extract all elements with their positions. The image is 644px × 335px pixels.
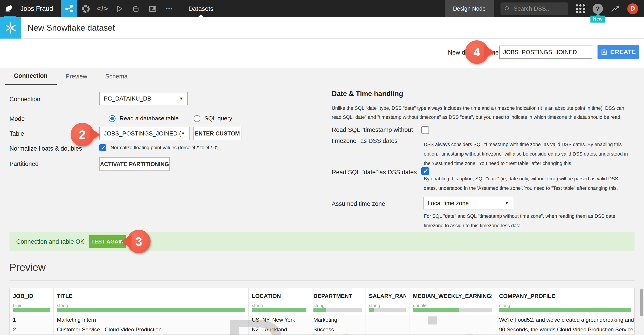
table-cell bbox=[366, 315, 410, 325]
table-label: Table bbox=[10, 130, 24, 137]
chevron-down-icon: ▼ bbox=[181, 131, 185, 136]
table-row: 1Marketing InternUS, NY, New YorkMarketi… bbox=[10, 315, 634, 325]
bird-icon bbox=[4, 4, 14, 14]
design-node-badge[interactable]: Design Node bbox=[445, 0, 494, 17]
annotation-number: 3 bbox=[136, 235, 142, 248]
flow-icon bbox=[65, 5, 73, 13]
dataset-name-input[interactable] bbox=[499, 45, 592, 59]
table-cell: Marketing bbox=[310, 315, 366, 325]
table-cell: Success bbox=[310, 325, 366, 334]
column-header-title: TITLEstring bbox=[54, 288, 249, 315]
column-header-company_profile: COMPANY_PROFILEstring bbox=[496, 288, 635, 315]
date-option-label: Read SQL "date" as DSS dates bbox=[332, 167, 426, 178]
chevron-down-icon: ▼ bbox=[505, 201, 509, 206]
radio-sql-query-label[interactable]: SQL query bbox=[204, 115, 232, 122]
nav-run-tile[interactable] bbox=[111, 0, 128, 17]
annotation-step-3: 3 bbox=[127, 230, 150, 253]
connection-select-value: PC_DATAIKU_DB bbox=[104, 95, 151, 102]
tab-schema[interactable]: Schema bbox=[96, 68, 137, 85]
radio-read-table[interactable] bbox=[109, 115, 116, 122]
table-cell bbox=[366, 325, 410, 334]
column-header-median_weekly_earnings_usd: MEDIAN_WEEKLY_EARNINGS_USDdouble bbox=[410, 288, 496, 315]
datetime-title: Date & Time handling bbox=[332, 90, 403, 98]
design-node-label: Design Node bbox=[453, 5, 486, 12]
create-button[interactable]: CREATE bbox=[598, 45, 639, 59]
column-header-salary_range: SALARY_RANGEstring bbox=[366, 288, 410, 315]
annotation-step-2: 2 bbox=[71, 123, 94, 146]
nav-dashboards-tile[interactable] bbox=[144, 0, 161, 17]
date-help: By enabling this option, SQL "date" (ie,… bbox=[424, 174, 632, 193]
scrollbar-thumb[interactable] bbox=[640, 289, 643, 316]
normalize-help: Normalize floating point values (force '… bbox=[110, 145, 219, 151]
activate-partitioning-button[interactable]: ACTIVATE PARTITIONING bbox=[99, 157, 170, 171]
save-icon bbox=[601, 49, 608, 55]
partitioned-label: Partitioned bbox=[10, 161, 38, 167]
mode-radio-group: Read a database table SQL query bbox=[109, 115, 232, 122]
nav-jobs-tile[interactable] bbox=[128, 0, 144, 17]
search-icon bbox=[504, 6, 510, 12]
radio-read-table-label[interactable]: Read a database table bbox=[120, 115, 179, 122]
table-cell: Marketing Intern bbox=[54, 315, 249, 325]
connection-status-bar: Connection and table OK TEST AGAIN bbox=[10, 232, 634, 251]
column-header-department: DEPARTMENTstring bbox=[310, 288, 366, 315]
annotation-step-4: 4 bbox=[465, 40, 488, 64]
column-header-location: LOCATIONstring bbox=[249, 288, 310, 315]
create-button-label: CREATE bbox=[610, 48, 636, 56]
date-checkbox[interactable] bbox=[421, 167, 429, 175]
timezone-select[interactable]: Local time zone ▼ bbox=[423, 197, 513, 209]
timestamp-checkbox[interactable] bbox=[421, 126, 429, 134]
test-again-button[interactable]: TEST AGAIN bbox=[89, 235, 126, 248]
trend-arrow-icon[interactable] bbox=[610, 4, 620, 13]
status-message: Connection and table OK bbox=[16, 238, 84, 245]
connection-select[interactable]: PC_DATAIKU_DB ▼ bbox=[99, 92, 188, 105]
table-select-value: JOBS_POSTINGS_JOINED (PC... bbox=[104, 130, 181, 137]
timezone-help: For SQL "date" and SQL "timestamp withou… bbox=[424, 211, 631, 230]
table-cell: 1 bbox=[10, 315, 54, 325]
annotation-number: 4 bbox=[474, 45, 480, 59]
timestamp-help: DSS always considers SQL "timestamp with… bbox=[424, 140, 628, 168]
radio-sql-query[interactable] bbox=[194, 115, 200, 122]
timestamp-option-label: Read SQL "timestamp without timezone" as… bbox=[332, 124, 420, 147]
nav-notebooks-tile[interactable]: </> bbox=[94, 0, 111, 17]
dataset-header: New Snowflake dataset bbox=[0, 17, 644, 38]
user-avatar[interactable]: D bbox=[627, 3, 638, 14]
table-select[interactable]: JOBS_POSTINGS_JOINED (PC... ▼ bbox=[99, 127, 190, 140]
nav-flow-tile[interactable] bbox=[61, 0, 78, 17]
nav-section-label: Datasets bbox=[188, 5, 214, 12]
normalize-checkbox[interactable] bbox=[99, 144, 106, 151]
vertical-scrollbar[interactable] bbox=[640, 289, 643, 334]
code-icon: </> bbox=[96, 4, 108, 13]
dataiku-logo[interactable] bbox=[0, 0, 17, 17]
lab-donut-icon bbox=[82, 4, 90, 13]
new-badge: New bbox=[590, 15, 605, 22]
timezone-label: Assumed time zone bbox=[332, 198, 385, 209]
dataset-tabbar: Connection Preview Schema bbox=[0, 68, 644, 85]
top-navbar: Jobs Fraud </> bbox=[0, 0, 644, 17]
jobs-stack-icon bbox=[132, 5, 140, 13]
chevron-down-icon: ▼ bbox=[179, 96, 183, 101]
preview-section-title: Preview bbox=[10, 262, 46, 273]
tab-preview[interactable]: Preview bbox=[57, 68, 96, 85]
nav-section-datasets[interactable]: Datasets bbox=[188, 0, 214, 17]
table-cell: Customer Service - Cloud Video Productio… bbox=[54, 325, 249, 334]
page-title: New Snowflake dataset bbox=[28, 17, 115, 38]
preview-divider bbox=[10, 281, 634, 281]
project-name[interactable]: Jobs Fraud bbox=[20, 5, 53, 12]
annotation-number: 2 bbox=[79, 128, 86, 142]
nav-more-tile[interactable]: ••• bbox=[161, 0, 178, 17]
mode-label: Mode bbox=[10, 115, 25, 122]
datetime-intro: Unlike the SQL "date" type, DSS "date" t… bbox=[332, 104, 633, 122]
snowflake-icon bbox=[0, 17, 21, 38]
enter-custom-button[interactable]: ENTER CUSTOM bbox=[193, 127, 242, 140]
preview-table-body: 1Marketing InternUS, NY, New YorkMarketi… bbox=[10, 315, 634, 335]
table-cell: 90 Seconds, the worlds Cloud Video Produ… bbox=[496, 325, 635, 334]
tab-connection[interactable]: Connection bbox=[5, 68, 57, 85]
nav-lab-tile[interactable] bbox=[78, 0, 94, 17]
dashboard-card-icon bbox=[148, 4, 157, 13]
search-input[interactable]: Search DSS... bbox=[500, 2, 568, 15]
column-header-job_id: JOB_IDbigint bbox=[10, 288, 54, 315]
apps-waffle-icon[interactable] bbox=[576, 4, 585, 13]
help-icon[interactable]: ? New bbox=[592, 3, 603, 14]
table-cell: US, NY, New York bbox=[249, 315, 310, 325]
table-cell bbox=[410, 315, 496, 325]
